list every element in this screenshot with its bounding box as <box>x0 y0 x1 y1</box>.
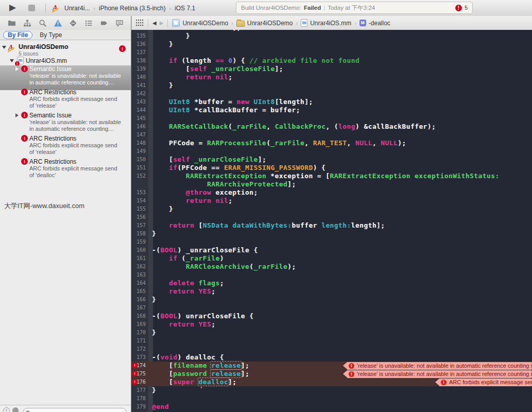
code-line[interactable]: 164 delete flags; <box>131 279 532 287</box>
line-number[interactable]: 143 <box>131 98 146 106</box>
breadcrumb-item[interactable]: M-dealloc <box>359 20 390 27</box>
code-line[interactable]: !175 [password release];!'release' is un… <box>131 370 532 378</box>
scheme-target[interactable]: Unrar4i... <box>64 5 90 12</box>
line-number[interactable]: 150 <box>131 156 146 164</box>
back-button[interactable]: ◀ <box>152 20 157 26</box>
code-text[interactable]: } <box>152 40 173 48</box>
log-navigator-tab-icon[interactable] <box>115 19 124 28</box>
code-line[interactable]: 179@end <box>131 403 532 411</box>
code-line[interactable]: 151 if(PFCode == ERAR_MISSING_PASSWORD) … <box>131 164 532 172</box>
line-number[interactable]: 138 <box>131 57 146 65</box>
code-line[interactable]: !174 [filename release];!'release' is un… <box>131 362 532 370</box>
line-number[interactable]: 141 <box>131 81 146 90</box>
code-line[interactable]: 140 return nil; <box>131 73 532 81</box>
line-number[interactable]: 178 <box>131 394 146 403</box>
code-text[interactable]: } <box>152 81 173 90</box>
code-line[interactable]: 172 <box>131 345 532 353</box>
code-line[interactable]: 144 UInt8 *callBackBuffer = buffer; <box>131 106 532 114</box>
code-line[interactable]: 162 RARCloseArchive(_rarFile); <box>131 263 532 271</box>
line-number[interactable]: 166 <box>131 296 146 304</box>
scheme-os[interactable]: iOS 7.1 <box>175 5 195 12</box>
line-number[interactable]: 156 <box>131 213 146 221</box>
code-line[interactable]: 157 return [NSData dataWithBytes:buffer … <box>131 221 532 230</box>
line-number[interactable]: 159 <box>131 238 146 246</box>
code-text[interactable]: -(void) dealloc { <box>152 353 224 362</box>
code-text[interactable]: UInt8 *buffer = new UInt8[length]; <box>152 98 313 106</box>
code-text[interactable]: } <box>152 329 156 337</box>
related-items-icon[interactable] <box>136 20 144 26</box>
add-icon[interactable]: + <box>3 407 10 412</box>
code-line[interactable]: 141 } <box>131 81 532 90</box>
line-number[interactable]: 139 <box>131 65 146 73</box>
disclosure-right-icon[interactable] <box>15 113 19 117</box>
line-number[interactable]: 145 <box>131 114 146 123</box>
code-line[interactable]: 145 <box>131 114 532 123</box>
code-text[interactable]: if(PFCode == ERAR_MISSING_PASSWORD) { <box>152 164 325 172</box>
code-text[interactable]: RARSetCallback(_rarFile, CallbackProc, (… <box>152 123 436 131</box>
code-line[interactable]: 178 <box>131 394 532 403</box>
code-line[interactable]: 152 RARExtractException *exception = [RA… <box>131 172 532 180</box>
code-text[interactable]: -(BOOL) _unrarCloseFile { <box>152 246 258 254</box>
code-text[interactable]: RARExtractException *exception = [RARExt… <box>152 172 500 180</box>
code-text[interactable]: [filename release]; <box>152 362 249 370</box>
code-text[interactable]: [super dealloc]; <box>152 378 237 386</box>
line-number[interactable]: 171 <box>131 337 146 345</box>
code-text[interactable]: } <box>152 386 156 394</box>
code-text[interactable]: @throw exception; <box>152 188 258 197</box>
code-line[interactable]: 159 <box>131 238 532 246</box>
line-number[interactable]: 168 <box>131 312 146 320</box>
line-number[interactable]: 146 <box>131 123 146 131</box>
code-line[interactable]: 156 <box>131 213 532 221</box>
line-error-icon[interactable]: ! <box>132 371 138 376</box>
line-number[interactable]: 151 <box>131 164 146 172</box>
file-row[interactable]: m ! Unrar4iOS.mm <box>0 57 131 65</box>
code-line[interactable]: 149 <box>131 147 532 156</box>
code-text[interactable]: @end <box>152 403 169 411</box>
line-number[interactable]: 149 <box>131 147 146 156</box>
issue-row[interactable]: !Semantic Issue'release' is unavailable:… <box>0 65 131 90</box>
line-number[interactable]: 163 <box>131 271 146 279</box>
code-text[interactable]: return nil; <box>152 197 232 205</box>
code-line[interactable]: 153 @throw exception; <box>131 188 532 197</box>
code-line[interactable]: 143 UInt8 *buffer = new UInt8[length]; <box>131 98 532 106</box>
code-text[interactable]: UInt8 *callBackBuffer = buffer; <box>152 106 300 114</box>
inline-error-annotation[interactable]: !ARC forbids explicit message send of 'd… <box>435 378 532 386</box>
error-badge-icon[interactable]: ! <box>455 5 462 11</box>
code-text[interactable]: [self _unrarCloseFile]; <box>152 156 266 164</box>
issue-row[interactable]: !ARC RestrictionsARC forbids explicit me… <box>0 89 131 111</box>
line-number[interactable]: 155 <box>131 205 146 213</box>
code-text[interactable]: return YES; <box>152 287 215 296</box>
line-number[interactable]: 173 <box>131 353 146 362</box>
line-number[interactable]: 165 <box>131 287 146 296</box>
code-text[interactable]: } <box>152 230 156 238</box>
stop-button[interactable] <box>28 5 35 11</box>
line-number[interactable]: 161 <box>131 254 146 263</box>
code-line[interactable]: 142 <box>131 90 532 98</box>
filter-scope-icon[interactable] <box>12 407 19 412</box>
line-number[interactable]: 172 <box>131 345 146 353</box>
breadcrumb-item[interactable]: Unrar4iOSDemo <box>172 19 228 27</box>
code-line[interactable]: 177} <box>131 386 532 394</box>
code-line[interactable]: 135 } <box>131 32 532 40</box>
line-number[interactable]: 154 <box>131 197 146 205</box>
code-line[interactable]: 168-(BOOL) unrarCloseFile { <box>131 312 532 320</box>
line-error-icon[interactable]: ! <box>132 363 138 368</box>
line-number[interactable]: 136 <box>131 40 146 48</box>
line-number[interactable]: 157 <box>131 221 146 230</box>
code-text[interactable]: [password release]; <box>152 370 249 378</box>
code-line[interactable]: !176 [super dealloc];!ARC forbids explic… <box>131 378 532 386</box>
code-line[interactable]: 167 <box>131 304 532 312</box>
line-number[interactable]: 144 <box>131 106 146 114</box>
code-line[interactable]: RARArchiveProtected]; <box>131 180 532 188</box>
line-number[interactable]: 148 <box>131 139 146 147</box>
activity-status-bar[interactable]: Build Unrar4iOSDemo: Failed | Today at 下… <box>236 2 473 14</box>
line-number[interactable]: 160 <box>131 246 146 254</box>
line-number[interactable]: 170 <box>131 329 146 337</box>
disclosure-down-icon[interactable] <box>2 46 6 49</box>
code-text[interactable]: RARCloseArchive(_rarFile); <box>152 263 296 271</box>
code-line[interactable]: 137 <box>131 48 532 57</box>
code-line[interactable]: 154 return nil; <box>131 197 532 205</box>
code-line[interactable]: 158} <box>131 230 532 238</box>
issue-row[interactable]: !Semantic Issue'release' is unavailable:… <box>0 112 131 134</box>
line-number[interactable]: 167 <box>131 304 146 312</box>
